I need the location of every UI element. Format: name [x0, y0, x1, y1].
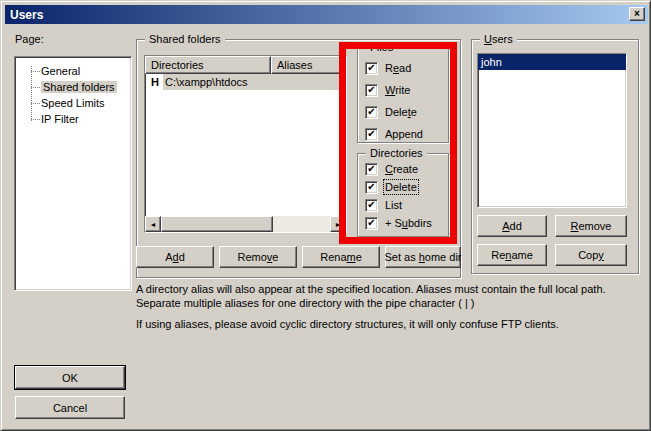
page-tree[interactable]: General Shared folders Speed Limits IP F…: [14, 56, 132, 291]
checkbox[interactable]: ✔: [365, 128, 378, 141]
scroll-left-icon: ◄: [150, 221, 157, 228]
checkbox-label: + Subdirs: [385, 217, 432, 229]
button-label: Remove: [238, 251, 279, 263]
button-label: OK: [62, 372, 78, 384]
check-icon: ✔: [367, 107, 375, 117]
cancel-button[interactable]: Cancel: [15, 396, 125, 419]
tree-item-shared-folders[interactable]: Shared folders: [41, 79, 117, 94]
checkbox-label: List: [385, 199, 402, 211]
checkbox-label: Delete: [385, 106, 417, 118]
check-icon: ✔: [367, 164, 375, 174]
check-icon: ✔: [367, 129, 375, 139]
column-header-label: Aliases: [277, 59, 312, 71]
tree-item-general[interactable]: General: [41, 63, 80, 78]
tree-item-speed-limits[interactable]: Speed Limits: [41, 95, 105, 110]
check-icon: ✔: [367, 200, 375, 210]
check-icon: ✔: [367, 218, 375, 228]
checkbox-label: Append: [385, 128, 423, 140]
directory-path: C:\xampp\htdocs: [163, 74, 346, 90]
scroll-left-button[interactable]: ◄: [145, 216, 161, 232]
checkbox[interactable]: ✔: [365, 217, 378, 230]
directory-row[interactable]: H C:\xampp\htdocs: [145, 74, 346, 90]
check-icon: ✔: [367, 85, 375, 95]
checkbox[interactable]: ✔: [365, 62, 378, 75]
rename-folder-button[interactable]: Rename: [302, 246, 380, 268]
button-label: Remove: [571, 220, 612, 232]
scroll-right-icon: ►: [335, 221, 342, 228]
alias-notes: A directory alias will also appear at th…: [136, 282, 641, 338]
checkbox-label: Create: [385, 163, 418, 175]
button-label: Cancel: [53, 402, 87, 414]
checkbox-label: Read: [385, 62, 411, 74]
button-label: Set as home dir: [384, 251, 461, 263]
tree-item-label: IP Filter: [41, 113, 79, 125]
scrollbar-track[interactable]: [273, 216, 330, 232]
close-icon: ×: [634, 9, 640, 19]
shared-folders-group-label: Shared folders: [145, 33, 225, 45]
checkbox-label: Write: [385, 84, 410, 96]
checkbox[interactable]: ✔: [365, 181, 378, 194]
checkbox[interactable]: ✔: [365, 84, 378, 97]
button-label: Add: [502, 220, 522, 232]
scroll-right-button[interactable]: ►: [330, 216, 346, 232]
check-icon: ✔: [367, 63, 375, 73]
button-label: Rename: [491, 249, 533, 261]
button-label: Rename: [320, 251, 362, 263]
window-title: Users: [10, 8, 43, 22]
column-header-directories[interactable]: Directories: [145, 56, 271, 74]
directory-list[interactable]: Directories Aliases H C:\xampp\htdocs ◄ …: [144, 55, 347, 233]
remove-folder-button[interactable]: Remove: [219, 246, 297, 268]
checkbox-read[interactable]: ✔ Read: [365, 61, 411, 75]
checkbox-create[interactable]: ✔ Create: [365, 162, 418, 176]
checkbox-write[interactable]: ✔ Write: [365, 83, 410, 97]
column-header-aliases[interactable]: Aliases: [271, 56, 346, 74]
checkbox[interactable]: ✔: [365, 106, 378, 119]
set-as-home-dir-button[interactable]: Set as home dir: [385, 246, 461, 268]
check-icon: ✔: [367, 182, 375, 192]
tree-item-ip-filter[interactable]: IP Filter: [41, 111, 79, 126]
rename-user-button[interactable]: Rename: [477, 244, 547, 266]
close-button[interactable]: ×: [629, 7, 645, 21]
alias-note-2: If using aliases, please avoid cyclic di…: [136, 317, 641, 331]
tree-item-label-selected: Shared folders: [41, 81, 117, 93]
directories-group-label: Directories: [366, 147, 427, 159]
tree-item-label: Speed Limits: [41, 97, 105, 109]
page-label: Page:: [15, 33, 44, 45]
button-label: Add: [165, 251, 185, 263]
user-name: john: [481, 56, 502, 68]
users-list[interactable]: john: [477, 53, 627, 208]
checkbox-label: Delete: [385, 181, 417, 193]
checkbox-list[interactable]: ✔ List: [365, 198, 402, 212]
add-user-button[interactable]: Add: [477, 215, 547, 237]
user-row-john[interactable]: john: [478, 54, 626, 70]
tree-item-label: General: [41, 65, 80, 77]
checkbox-delete-directories[interactable]: ✔ Delete: [365, 180, 417, 194]
checkbox-subdirs[interactable]: ✔ + Subdirs: [365, 216, 432, 230]
scrollbar-thumb[interactable]: [161, 216, 273, 232]
remove-user-button[interactable]: Remove: [555, 215, 627, 237]
tree-line: [31, 66, 32, 121]
add-folder-button[interactable]: Add: [136, 246, 214, 268]
users-dialog: Users × Page: General Shared folders Spe…: [0, 0, 651, 431]
alias-note-1: A directory alias will also appear at th…: [136, 282, 641, 310]
checkbox-delete-files[interactable]: ✔ Delete: [365, 105, 417, 119]
checkbox[interactable]: ✔: [365, 199, 378, 212]
horizontal-scrollbar[interactable]: ◄ ►: [145, 216, 346, 232]
copy-user-button[interactable]: Copy: [555, 244, 627, 266]
button-label: Copy: [578, 249, 604, 261]
home-flag: H: [151, 76, 159, 88]
checkbox-append[interactable]: ✔ Append: [365, 127, 423, 141]
title-bar[interactable]: Users: [5, 5, 648, 24]
users-group-label: Users: [480, 33, 517, 45]
column-header-label: Directories: [151, 59, 204, 71]
ok-button[interactable]: OK: [15, 366, 125, 389]
checkbox[interactable]: ✔: [365, 163, 378, 176]
files-group-label: Files: [366, 41, 397, 53]
